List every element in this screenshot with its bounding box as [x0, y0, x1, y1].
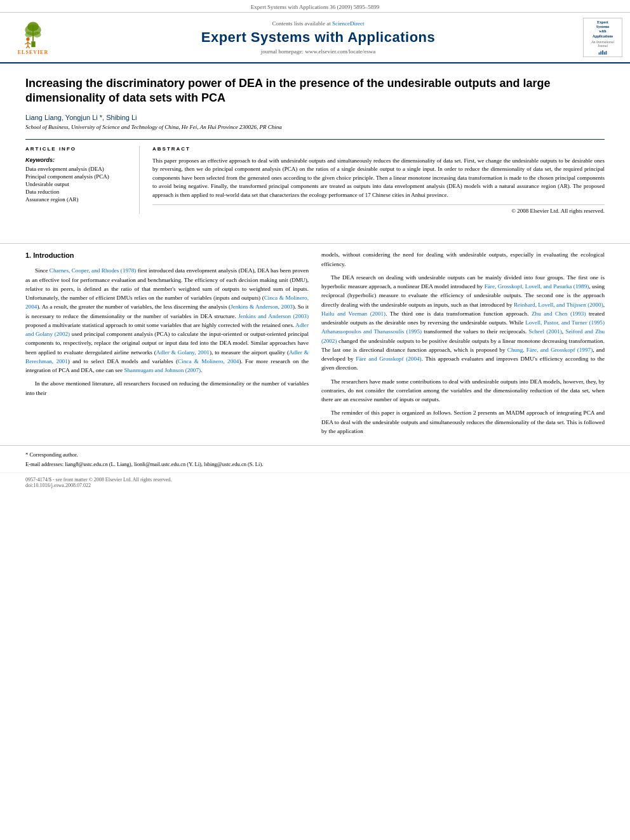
svg-point-4	[25, 32, 33, 37]
science-direct-anchor[interactable]: ScienceDirect	[332, 20, 364, 27]
footnote-area: * Corresponding author. E-mail addresses…	[0, 445, 630, 469]
keyword-item: Assurance region (AR)	[25, 196, 130, 203]
ref-jenkins-anderson[interactable]: Jenkins & Anderson, 2003	[231, 303, 293, 310]
article-title: Increasing the discriminatory power of D…	[25, 76, 605, 106]
svg-rect-15	[604, 51, 605, 55]
ref-jenkins-anderson-2[interactable]: Jenkins and Anderson (2003)	[238, 313, 309, 319]
doi-line: doi:10.1016/j.eswa.2008.07.022	[25, 483, 605, 488]
footnote-emails: E-mail addresses: liang8@ustc.edu.cn (L.…	[25, 460, 605, 469]
svg-point-6	[26, 37, 29, 41]
article-info-col: ARTICLE INFO Keywords: Data envelopment …	[25, 146, 140, 215]
ref-adler-golany-2001[interactable]: Adler & Golany, 2001	[156, 349, 210, 356]
keyword-item: Data reduction	[25, 189, 130, 195]
affiliation: School of Business, University of Scienc…	[25, 124, 605, 130]
svg-rect-13	[600, 51, 601, 55]
ref-lovell[interactable]: Lovell, Pastor, and Turner (1995)	[525, 319, 605, 326]
bar-chart-icon	[593, 50, 612, 55]
keyword-item: Data envelopment analysis (DEA)	[25, 166, 130, 172]
elsevier-logo: ELSEVIER	[8, 20, 58, 55]
keyword-item: Undesirable output	[25, 181, 130, 187]
body-paragraph-right-4: The reminder of this paper is organized …	[321, 408, 605, 436]
article-content: Increasing the discriminatory power of D…	[0, 63, 630, 237]
ref-shanmugam[interactable]: Shanmugam and Johnson (2007)	[124, 367, 201, 373]
abstract-text: This paper proposes an effective approac…	[152, 157, 605, 200]
article-info-abstract: ARTICLE INFO Keywords: Data envelopment …	[25, 139, 605, 215]
ref-chung[interactable]: Chung, Färe, and Grosskopf (1997)	[507, 347, 593, 353]
ref-zhu-chen[interactable]: Zhu and Chen (1993)	[532, 310, 586, 317]
science-direct-link: Contents lists available at ScienceDirec…	[58, 20, 578, 27]
logo-box-title: ExpertSystemswithApplications	[593, 20, 613, 39]
body-paragraph-2: In the above mentioned literature, all r…	[25, 379, 309, 397]
authors: Liang Liang, Yongjun Li *, Shibing Li	[25, 114, 605, 121]
body-two-col: 1. Introduction Since Charnes, Cooper, a…	[0, 250, 630, 440]
ref-charnes[interactable]: Charnes, Cooper, and Rhodes (1978)	[50, 267, 136, 274]
ref-hailu[interactable]: Hailu and Veeman (2001)	[321, 310, 385, 317]
body-paragraph-right-2: The DEA research on dealing with undesir…	[321, 273, 605, 373]
article-info-heading: ARTICLE INFO	[25, 146, 130, 152]
keywords-label: Keywords:	[25, 157, 130, 163]
ref-adler-golany[interactable]: Adler and Golany (2002)	[25, 322, 309, 337]
copyright: © 2008 Elsevier Ltd. All rights reserved…	[152, 204, 605, 214]
journal-citation: Expert Systems with Applications 36 (200…	[251, 4, 380, 10]
ref-cinca-molinero-2[interactable]: Cinca & Molinero, 2004	[178, 358, 239, 364]
body-left-col: 1. Introduction Since Charnes, Cooper, a…	[25, 250, 309, 440]
body-paragraph-1: Since Charnes, Cooper, and Rhodes (1978)…	[25, 266, 309, 375]
journal-logo-right: ExpertSystemswithApplications An Interna…	[578, 18, 622, 57]
abstract-col: ABSTRACT This paper proposes an effectiv…	[152, 146, 605, 215]
ref-reinhard[interactable]: Reinhard, Lovell, and Thijssen (2000)	[514, 302, 603, 308]
svg-rect-14	[602, 50, 603, 55]
journal-title: Expert Systems with Applications	[58, 29, 578, 46]
journal-logo-box: ExpertSystemswithApplications An Interna…	[583, 18, 622, 57]
body-separator	[0, 243, 630, 244]
ref-fare[interactable]: Färe, Grosskopf, Lovell, and Pasurka (19…	[485, 283, 589, 290]
ref-fare-grosskopf[interactable]: Färe and Grosskopf (2004)	[356, 356, 421, 362]
footnote-corresponding: * Corresponding author.	[25, 451, 605, 459]
svg-point-3	[27, 22, 39, 31]
ref-scheel[interactable]: Scheel (2001)	[529, 328, 562, 335]
body-paragraph-right-3: The researchers have made some contribut…	[321, 377, 605, 404]
journal-center: Contents lists available at ScienceDirec…	[58, 20, 578, 55]
elsevier-tree-icon	[16, 20, 51, 48]
svg-line-11	[27, 46, 29, 48]
top-bar: Expert Systems with Applications 36 (200…	[0, 0, 630, 13]
svg-point-5	[33, 32, 41, 37]
issn-line: 0957-4174/$ - see front matter © 2008 El…	[25, 477, 605, 483]
journal-header: ELSEVIER Contents lists available at Sci…	[0, 13, 630, 63]
svg-rect-16	[606, 51, 607, 55]
bottom-bar: 0957-4174/$ - see front matter © 2008 El…	[0, 472, 630, 492]
elsevier-label: ELSEVIER	[18, 50, 48, 55]
keyword-item: Principal component analysis (PCA)	[25, 173, 130, 180]
svg-rect-0	[31, 41, 35, 47]
journal-homepage: journal homepage: www.elsevier.com/locat…	[58, 48, 578, 55]
abstract-heading: ABSTRACT	[152, 146, 605, 152]
section1-title: 1. Introduction	[25, 250, 309, 261]
body-right-col: models, without considering the need for…	[321, 250, 605, 440]
page: Expert Systems with Applications 36 (200…	[0, 0, 630, 840]
ref-athanassopoulos[interactable]: Athanassopoulos and Thanassoulis (1995)	[321, 328, 422, 335]
keywords-list: Data envelopment analysis (DEA) Principa…	[25, 166, 130, 203]
svg-rect-12	[599, 52, 600, 55]
body-paragraph-right-1: models, without considering the need for…	[321, 250, 605, 269]
